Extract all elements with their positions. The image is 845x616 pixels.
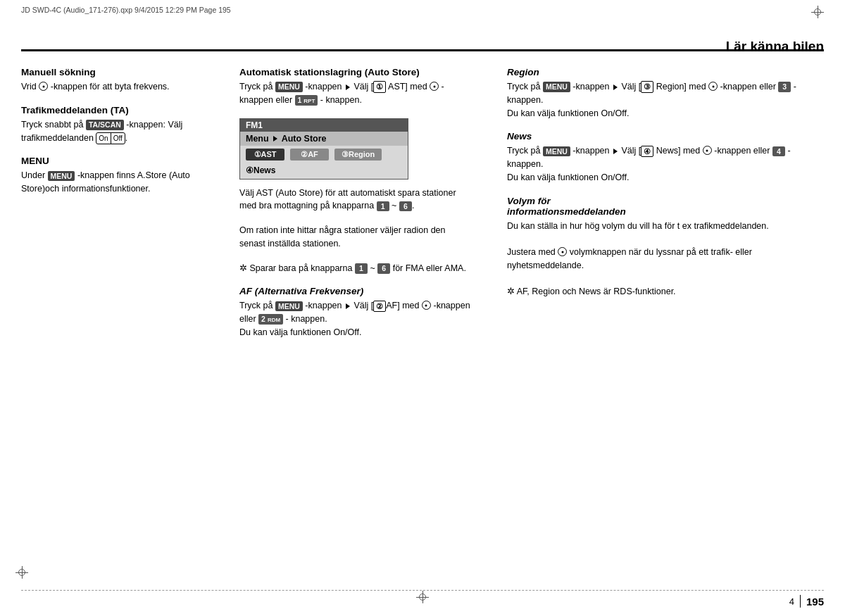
region-title: Region	[507, 67, 817, 77]
badge-1rpt: 1 RPT	[295, 95, 318, 106]
fm-menu-row: Menu Auto Store	[240, 132, 408, 146]
section-menu: MENU Under MENU -knappen finns A.Store (…	[21, 156, 211, 196]
section-trafik: Trafikmeddelanden (TA) Tryck snabbt på T…	[21, 105, 211, 145]
fm-btn-ast: ①AST	[246, 149, 284, 161]
news-title: News	[507, 131, 817, 142]
right-column: Region Tryck på MENU -knappen Välj [③ Re…	[507, 67, 817, 310]
menu-badge-left: MENU	[48, 171, 75, 182]
fm-display: FM1 Menu Auto Store ①AST ②AF ③Region ④Ne…	[239, 118, 408, 180]
autostore-body3: Om ration inte hittar några stationer vä…	[239, 224, 472, 251]
menu-badge-region: MENU	[543, 82, 570, 92]
knob-icon-volym	[558, 247, 567, 256]
chapter-number: 4	[789, 596, 794, 607]
af-title: AF (Alternativa Frekvenser)	[239, 286, 472, 296]
news-body: Tryck på MENU -knappen Välj [④ News] med…	[507, 144, 817, 184]
footer-divider	[800, 595, 801, 608]
page-title: Lär känna bilen	[726, 39, 824, 54]
ta-scan-badge: TA/SCAN	[86, 120, 124, 130]
left-column: Manuell sökning Vrid -knappen för att by…	[21, 67, 211, 207]
menu-badge-mid: MENU	[275, 82, 303, 92]
fm-buttons-row: ①AST ②AF ③Region	[240, 146, 408, 163]
section-region: Region Tryck på MENU -knappen Välj [③ Re…	[507, 67, 817, 120]
fm-btn-af: ②AF	[290, 149, 329, 161]
fm-arrow-icon	[273, 136, 277, 142]
badge-2rdm: 2 RDM	[258, 314, 283, 325]
knob-icon-region	[708, 82, 718, 91]
menu-badge-news: MENU	[543, 146, 570, 157]
badge-6-num: 6	[399, 201, 412, 212]
fm-display-header: FM1	[240, 119, 408, 132]
manuell-body: Vrid -knappen för att byta frekvens.	[21, 80, 211, 94]
autostore-body2: Välj AST (Auto Store) för att automatisk…	[239, 187, 472, 213]
arrow-icon-mid	[346, 84, 350, 90]
badge-3-region: ③	[641, 81, 653, 93]
volym-body: Du kan ställa in hur hög volym du vill h…	[507, 220, 817, 299]
arrow-icon-region	[613, 84, 618, 90]
badge-1-num: 1	[377, 201, 389, 212]
title-underline	[21, 49, 824, 51]
page-header: JD SWD-4C (Audio_171-276).qxp 9/4/2015 1…	[21, 6, 824, 18]
trafik-body: Tryck snabbt på TA/SCAN -knappen: Välj t…	[21, 118, 211, 145]
trafik-title: Trafikmeddelanden (TA)	[21, 105, 211, 115]
manuell-title: Manuell sökning	[21, 67, 211, 77]
badge-6b-num: 6	[377, 263, 390, 274]
fm-btn-region: ③Region	[334, 149, 382, 161]
badge-3-num: 3	[778, 82, 791, 92]
knob-icon-news	[703, 146, 712, 155]
file-info: JD SWD-4C (Audio_171-276).qxp 9/4/2015 1…	[21, 6, 231, 14]
badge-1c-num: 1	[355, 263, 368, 274]
section-autostore: Automatisk stationslagring (Auto Store) …	[239, 67, 472, 107]
region-body: Tryck på MENU -knappen Välj [③ Region] m…	[507, 80, 817, 120]
middle-column: Automatisk stationslagring (Auto Store) …	[239, 67, 472, 351]
badge-1-ast: ①	[373, 81, 386, 93]
knob-icon-af	[422, 301, 431, 310]
knob-icon-mid	[430, 82, 439, 91]
menu-title: MENU	[21, 156, 211, 166]
crosshair-bottom-center	[416, 591, 429, 605]
badge-2-af: ②	[373, 301, 386, 313]
autostore-title: Automatisk stationslagring (Auto Store)	[239, 67, 472, 77]
autostore-body4: ✲ Sparar bara på knapparna 1 ~ 6 för FMA…	[239, 262, 472, 275]
arrow-icon-af	[346, 303, 350, 309]
volym-title: Volym förinformationsmeddelanden	[507, 196, 817, 217]
menu-body: Under MENU -knappen finns A.Store (Auto …	[21, 169, 211, 196]
crosshair-top-right	[811, 6, 824, 18]
section-manuell: Manuell sökning Vrid -knappen för att by…	[21, 67, 211, 94]
crosshair-bottom-left	[15, 566, 28, 581]
knob-icon-manuell	[39, 82, 48, 91]
af-body: Tryck på MENU -knappen Välj [②AF] med -k…	[239, 299, 472, 339]
badge-4-num: 4	[772, 146, 785, 157]
autostore-body: Tryck på MENU -knappen Välj [① AST] med …	[239, 80, 472, 107]
page-number: 195	[806, 596, 824, 608]
fm-news-row: ④News	[240, 163, 408, 179]
badge-4-news: ④	[641, 146, 653, 158]
arrow-icon-news	[613, 149, 618, 154]
section-volym: Volym förinformationsmeddelanden Du kan …	[507, 196, 817, 299]
menu-badge-af: MENU	[275, 301, 303, 312]
section-af: AF (Alternativa Frekvenser) Tryck på MEN…	[239, 286, 472, 339]
section-news: News Tryck på MENU -knappen Välj [④ News…	[507, 131, 817, 184]
on-off-badge: On Off	[96, 132, 125, 144]
